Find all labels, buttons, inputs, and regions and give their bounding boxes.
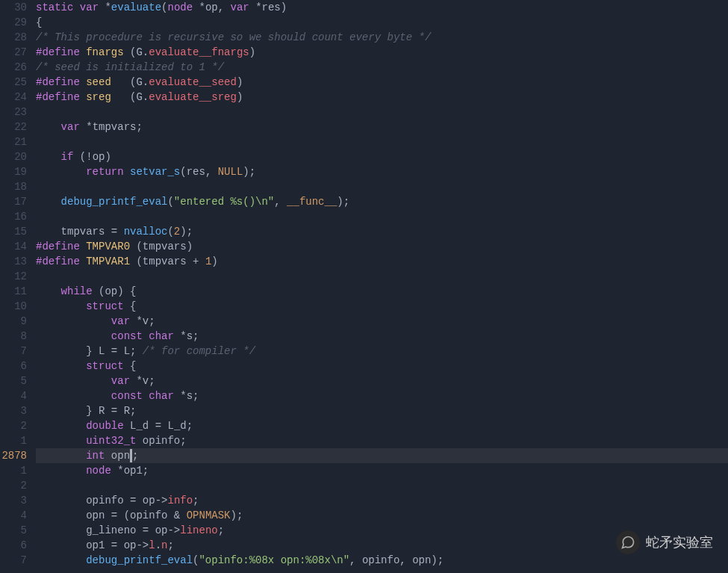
token: -> xyxy=(155,495,168,507)
code-line[interactable]: var *tmpvars; xyxy=(36,120,728,134)
token: * xyxy=(80,121,93,133)
token: evaluate xyxy=(111,1,161,13)
line-number: 4 xyxy=(0,388,27,403)
token: while xyxy=(61,285,93,297)
token: , xyxy=(274,196,287,208)
token: "entered %s()\n" xyxy=(174,196,274,208)
token: L_d xyxy=(167,420,186,432)
token: struct xyxy=(86,360,123,372)
code-line[interactable] xyxy=(36,478,728,493)
token: = xyxy=(105,345,123,357)
code-line[interactable]: #define fnargs (G.evaluate__fnargs) xyxy=(36,45,728,60)
code-editor[interactable]: 3029282726252423222120191817161514131211… xyxy=(0,0,728,573)
code-line[interactable]: #define seed (G.evaluate__seed) xyxy=(36,75,728,90)
code-line[interactable]: #define TMPVAR1 (tmpvars + 1) xyxy=(36,254,728,269)
token: ( xyxy=(111,76,137,88)
code-line[interactable] xyxy=(36,134,728,149)
line-number: 1 xyxy=(0,433,27,448)
token: op1 xyxy=(86,539,105,551)
code-line[interactable]: debug_printf_eval("entered %s()\n", __fu… xyxy=(36,194,728,209)
code-line[interactable]: if (!op) xyxy=(36,149,728,164)
code-line[interactable] xyxy=(36,269,728,284)
token: tmpvars xyxy=(93,121,137,133)
token: tmpvars xyxy=(143,241,187,253)
token xyxy=(36,390,111,402)
token xyxy=(80,91,86,103)
token: op xyxy=(155,524,168,536)
code-line[interactable]: var *v; xyxy=(36,314,728,329)
line-number: 27 xyxy=(0,45,27,60)
code-line[interactable]: double L_d = L_d; xyxy=(36,418,728,433)
code-line[interactable]: #define sreg (G.evaluate__sreg) xyxy=(36,90,728,105)
line-number: 3 xyxy=(0,403,27,418)
code-line[interactable]: struct { xyxy=(36,359,728,374)
line-number: 26 xyxy=(0,60,27,75)
code-line[interactable]: } L = L; /* for compiler */ xyxy=(36,344,728,359)
line-number: 2878 xyxy=(0,448,27,463)
code-area[interactable]: static var *evaluate(node *op, var *res)… xyxy=(33,0,728,573)
token: #define xyxy=(36,91,80,103)
code-line[interactable] xyxy=(36,179,728,194)
token: ; xyxy=(143,465,149,477)
code-line[interactable]: debug_printf_eval("opinfo:%08x opn:%08x\… xyxy=(36,553,728,568)
token: = xyxy=(136,524,155,536)
token: ) xyxy=(187,241,193,253)
code-line[interactable]: while (op) { xyxy=(36,284,728,299)
token: /* This procedure is recursive so we sho… xyxy=(36,31,431,43)
code-line[interactable]: node *op1; xyxy=(36,463,728,478)
token: NULL xyxy=(218,166,243,178)
token: struct xyxy=(86,300,123,312)
line-number: 4 xyxy=(0,508,27,523)
code-line[interactable]: const char *s; xyxy=(36,388,728,403)
token: , xyxy=(205,166,218,178)
token: & xyxy=(167,509,186,521)
token xyxy=(36,121,61,133)
line-number: 11 xyxy=(0,284,27,299)
token: ) xyxy=(249,46,255,58)
token xyxy=(124,166,130,178)
token xyxy=(36,315,111,327)
line-number: 15 xyxy=(0,224,27,239)
token: G xyxy=(136,46,142,58)
code-line[interactable]: opn = (opinfo & OPNMASK); xyxy=(36,508,728,523)
token: TMPVAR1 xyxy=(86,255,130,267)
token: tmpvars xyxy=(143,255,187,267)
token: s xyxy=(187,330,193,342)
token: debug_printf_eval xyxy=(86,554,193,566)
token: 2 xyxy=(174,226,180,238)
token: ); xyxy=(243,166,255,178)
token: ( xyxy=(180,166,186,178)
token: ) xyxy=(211,255,217,267)
token: ( xyxy=(130,255,143,267)
code-line[interactable] xyxy=(36,105,728,120)
code-line[interactable]: static var *evaluate(node *op, var *res) xyxy=(36,0,728,15)
code-line[interactable]: const char *s; xyxy=(36,329,728,344)
code-line[interactable]: return setvar_s(res, NULL); xyxy=(36,164,728,179)
line-number: 30 xyxy=(0,0,27,15)
token: = xyxy=(105,226,123,238)
code-line[interactable] xyxy=(36,209,728,224)
code-line[interactable]: /* This procedure is recursive so we sho… xyxy=(36,30,728,45)
line-number: 5 xyxy=(0,374,27,388)
code-line[interactable]: struct { xyxy=(36,299,728,314)
token xyxy=(80,255,86,267)
code-line[interactable]: var *v; xyxy=(36,374,728,388)
code-line[interactable]: } R = R; xyxy=(36,403,728,418)
token: op xyxy=(93,151,105,163)
code-line[interactable]: uint32_t opinfo; xyxy=(36,433,728,448)
token xyxy=(36,509,86,521)
token: ) { xyxy=(117,285,136,297)
code-line[interactable]: int opn; xyxy=(36,448,728,463)
token: opinfo xyxy=(143,435,180,447)
code-line[interactable]: tmpvars = nvalloc(2); xyxy=(36,224,728,239)
code-line[interactable]: #define TMPVAR0 (tmpvars) xyxy=(36,239,728,254)
token: return xyxy=(86,166,123,178)
code-line[interactable]: /* seed is initialized to 1 */ xyxy=(36,60,728,75)
token: op xyxy=(124,539,137,551)
token xyxy=(36,330,111,342)
token: if xyxy=(61,151,74,163)
code-line[interactable]: opinfo = op->info; xyxy=(36,493,728,508)
line-number: 29 xyxy=(0,15,27,30)
token: nvalloc xyxy=(124,226,168,238)
code-line[interactable]: { xyxy=(36,15,728,30)
